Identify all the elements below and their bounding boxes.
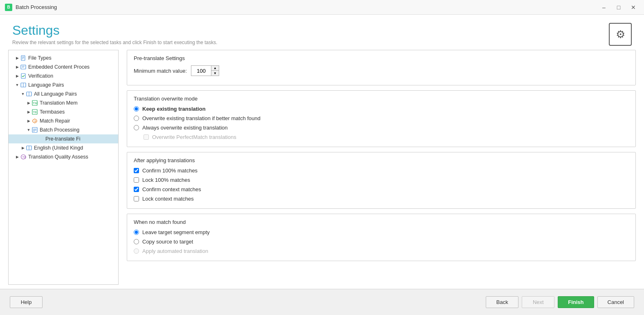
spinbox-down[interactable]: ▼ [211, 71, 219, 76]
main-content: Settings Review the relevant settings fo… [0, 15, 644, 289]
maximize-button[interactable]: □ [613, 3, 624, 12]
tqa-label: Translation Quality Assess [28, 154, 88, 160]
spinbox-up[interactable]: ▲ [211, 66, 219, 71]
language-pairs-label: Language Pairs [28, 82, 64, 88]
leave-empty-label: Leave target segment empty [142, 229, 210, 235]
sidebar-item-english-uk[interactable]: ▶ English (United Kingd [9, 143, 118, 152]
sidebar-item-translation-mem[interactable]: ▶ TM Translation Mem [9, 98, 118, 107]
toggle-icon: ▶ [14, 64, 20, 70]
min-match-label: Minimum match value: [134, 68, 187, 74]
minimize-button[interactable]: – [598, 3, 610, 12]
embedded-icon [20, 64, 27, 70]
all-lang-pairs-label: All Language Pairs [34, 91, 77, 97]
next-button[interactable]: Next [522, 296, 554, 308]
sidebar-item-embedded[interactable]: ▶ Embedded Content Proces [9, 63, 118, 71]
toggle-icon: ▶ [26, 118, 31, 124]
file-types-label: File Types [28, 55, 52, 61]
embedded-label: Embedded Content Proces [28, 64, 90, 70]
file-types-icon [20, 55, 27, 61]
lock-context-checkbox[interactable] [134, 196, 139, 201]
min-match-input[interactable]: 100 [191, 67, 211, 75]
english-uk-icon [26, 145, 32, 151]
toggle-icon: ▶ [14, 73, 20, 79]
overwrite-perfect-checkbox[interactable] [144, 134, 149, 140]
confirm-context-checkbox[interactable] [134, 187, 139, 192]
keep-existing-radio[interactable] [134, 106, 139, 112]
overwrite-section: Translation overwrite mode Keep existing… [127, 90, 636, 147]
termbases-label: Termbases [40, 109, 65, 115]
settings-icon: ⚙ [609, 23, 632, 46]
no-match-section: When no match found Leave target segment… [127, 214, 636, 261]
footer-right: Back Next Finish Cancel [486, 296, 634, 308]
lock-100-label: Lock 100% matches [142, 177, 190, 183]
finish-button[interactable]: Finish [558, 296, 594, 308]
copy-source-radio[interactable] [134, 239, 139, 244]
toggle-icon: ▶ [26, 109, 31, 115]
header-text-group: Settings Review the relevant settings fo… [12, 23, 218, 45]
toggle-icon: ▼ [26, 127, 31, 133]
overwrite-better-radio[interactable] [134, 116, 139, 121]
toggle-icon: ▶ [20, 145, 26, 151]
cancel-button[interactable]: Cancel [597, 296, 634, 308]
sidebar-item-language-pairs[interactable]: ▼ Language Pairs [9, 80, 118, 89]
overwrite-radio-group: Keep existing translation Overwrite exis… [134, 106, 629, 140]
help-button[interactable]: Help [10, 296, 43, 308]
sidebar-item-pre-translate[interactable]: ▶ Pre-translate Fi [9, 134, 118, 143]
toggle-icon: ▼ [20, 91, 26, 97]
lock-context-option[interactable]: Lock context matches [134, 196, 629, 202]
close-button[interactable]: ✕ [628, 3, 639, 12]
back-button[interactable]: Back [486, 296, 518, 308]
verify-icon [20, 73, 27, 79]
lock-context-label: Lock context matches [142, 196, 194, 202]
header-section: Settings Review the relevant settings fo… [0, 15, 644, 50]
footer: Help Back Next Finish Cancel [0, 289, 644, 315]
tm-icon: TM [31, 100, 38, 106]
lock-100-option[interactable]: Lock 100% matches [134, 177, 629, 183]
sub-overwrite-perfect: Overwrite PerfectMatch translations [134, 134, 629, 140]
apply-automated-label: Apply automated translation [142, 248, 208, 254]
leave-empty-option[interactable]: Leave target segment empty [134, 229, 629, 235]
lock-100-checkbox[interactable] [134, 177, 139, 183]
leave-empty-radio[interactable] [134, 230, 139, 235]
copy-source-option[interactable]: Copy source to target [134, 239, 629, 245]
confirm-100-option[interactable]: Confirm 100% matches [134, 168, 629, 174]
sidebar-item-file-types[interactable]: ▶ File Types [9, 54, 118, 63]
min-match-spinbox[interactable]: 100 ▲ ▼ [191, 65, 219, 76]
confirm-context-option[interactable]: Confirm context matches [134, 186, 629, 192]
pretranslate-section: Pre-translate Settings Minimum match val… [127, 50, 636, 85]
toggle-icon: ▶ [14, 154, 20, 160]
batch-processing-label: Batch Processing [40, 127, 79, 133]
svg-text:TQ: TQ [22, 156, 27, 159]
sidebar-item-tqa[interactable]: ▶ TQ Translation Quality Assess [9, 152, 118, 161]
translation-mem-label: Translation Mem [40, 100, 78, 106]
confirm-100-label: Confirm 100% matches [142, 168, 197, 174]
sidebar-item-termbases[interactable]: ▶ TB Termbases [9, 107, 118, 116]
always-overwrite-option[interactable]: Always overwrite existing translation [134, 125, 629, 131]
overwrite-perfect-option[interactable]: Overwrite PerfectMatch translations [144, 134, 629, 140]
sidebar-item-match-repair[interactable]: ▶ ✦ Match Repair [9, 116, 118, 125]
toggle-icon: ▶ [14, 55, 20, 61]
pre-translate-icon [37, 136, 44, 142]
match-repair-icon: ✦ [31, 118, 38, 124]
always-overwrite-radio[interactable] [134, 125, 139, 130]
sidebar-item-verification[interactable]: ▶ Verification [9, 71, 118, 80]
sidebar-item-all-lang-pairs[interactable]: ▼ All Language Pairs [9, 89, 118, 98]
overwrite-better-label: Overwrite existing translation if better… [142, 115, 260, 121]
spinbox-buttons: ▲ ▼ [211, 66, 219, 76]
all-lang-icon [26, 91, 32, 97]
sidebar: ▶ File Types ▶ Embedded Content Proces ▶… [8, 50, 119, 285]
sidebar-item-batch-processing[interactable]: ▼ Batch Processing [9, 125, 118, 134]
window-title: Batch Processing [16, 4, 598, 10]
overwrite-better-option[interactable]: Overwrite existing translation if better… [134, 115, 629, 121]
keep-existing-option[interactable]: Keep existing translation [134, 106, 629, 112]
apply-automated-option[interactable]: Apply automated translation [134, 248, 629, 254]
apply-automated-radio[interactable] [134, 248, 139, 254]
after-applying-section: After applying translations Confirm 100%… [127, 152, 636, 209]
title-bar: B Batch Processing – □ ✕ [0, 0, 644, 15]
page-title: Settings [12, 23, 218, 38]
app-icon: B [5, 4, 12, 11]
window-controls: – □ ✕ [598, 3, 639, 12]
no-match-title: When no match found [134, 219, 629, 225]
confirm-100-checkbox[interactable] [134, 168, 139, 173]
confirm-context-label: Confirm context matches [142, 186, 201, 192]
